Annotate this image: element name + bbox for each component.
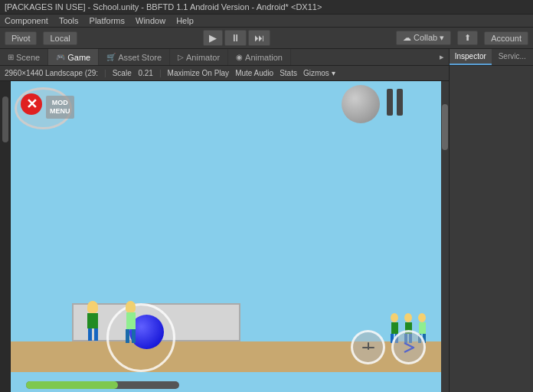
tab-animator[interactable]: ▷ Animator — [170, 49, 228, 65]
menu-help[interactable]: Help — [176, 16, 194, 25]
tab-scene[interactable]: ⊞ Scene — [0, 49, 48, 65]
baldi-body — [126, 312, 136, 329]
joystick-icon — [361, 342, 376, 353]
action-button[interactable] — [391, 330, 426, 364]
main-character — [87, 301, 98, 343]
pause-button[interactable]: ⏸ — [224, 30, 247, 46]
main-area: ⊞ Scene 🎮 Game 🛒 Asset Store ▷ Animator … — [0, 49, 533, 392]
tab-game[interactable]: 🎮 Game — [48, 49, 99, 65]
gray-ball — [342, 85, 380, 123]
pivot-label: Pivot — [11, 34, 30, 43]
right-tabs: Inspector Servic... — [450, 49, 533, 66]
play-controls: ▶ ⏸ ⏭ — [203, 30, 270, 46]
local-button[interactable]: Local — [43, 31, 77, 45]
mod-menu-area: ✕ MODMENU — [15, 87, 72, 129]
menu-window[interactable]: Window — [136, 16, 165, 25]
resolution-display[interactable]: 2960×1440 Landscape (29: — [5, 69, 98, 77]
joystick-button[interactable] — [351, 330, 385, 364]
baldi-legs — [126, 329, 136, 343]
bg-char3-head — [418, 313, 426, 322]
pause-indicator — [387, 89, 403, 116]
left-panel: ⊞ Scene 🎮 Game 🛒 Asset Store ▷ Animator … — [0, 49, 449, 392]
account-button[interactable]: Account — [484, 31, 528, 45]
mute-toggle[interactable]: Mute Audio — [235, 69, 273, 77]
scene-sidebar — [0, 81, 11, 392]
tab-animation[interactable]: ◉ Animation — [228, 49, 291, 65]
char-leg-right — [94, 328, 98, 341]
title-bar: [PACKAGES IN USE] - School.unity - BBFTD… — [0, 0, 533, 15]
char-legs — [88, 328, 98, 341]
step-button[interactable]: ⏭ — [248, 30, 270, 46]
mod-menu-label: MODMENU — [46, 96, 74, 119]
cloud-icon: ☁ — [403, 33, 411, 43]
scroll-thumb[interactable] — [442, 104, 448, 150]
sidebar-scroll-thumb — [2, 96, 8, 142]
game-canvas[interactable]: ✕ MODMENU — [11, 81, 449, 392]
title-text: [PACKAGES IN USE] - School.unity - BBFTD… — [5, 2, 322, 11]
char-body — [87, 313, 98, 328]
tabs-row: ⊞ Scene 🎮 Game 🛒 Asset Store ▷ Animator … — [0, 49, 449, 66]
game-view: ✕ MODMENU — [0, 81, 449, 392]
maximize-toggle[interactable]: Maximize On Play — [168, 69, 230, 77]
close-icon[interactable]: ✕ — [21, 93, 42, 115]
menu-bar: Component Tools Platforms Window Help — [0, 15, 533, 28]
tab-asset-store[interactable]: 🛒 Asset Store — [99, 49, 170, 65]
char-head — [87, 301, 98, 313]
control-buttons — [351, 330, 426, 364]
svg-rect-1 — [368, 342, 369, 350]
characters-row — [87, 301, 136, 343]
baldi-character — [126, 301, 136, 343]
collab-label: Collab ▾ — [414, 33, 444, 43]
local-label: Local — [50, 34, 70, 43]
progress-bar-container — [26, 381, 179, 389]
menu-component[interactable]: Component — [5, 16, 48, 25]
char-leg-left — [88, 328, 92, 341]
menu-tools[interactable]: Tools — [59, 16, 79, 25]
pause-bar-1 — [387, 89, 393, 116]
game-view-scrollbar[interactable] — [441, 81, 449, 392]
menu-platforms[interactable]: Platforms — [90, 16, 125, 25]
bg-char2-head — [404, 313, 412, 322]
pivot-button[interactable]: Pivot — [5, 31, 37, 45]
tab-inspector[interactable]: Inspector — [450, 49, 492, 65]
game-toolbar: 2960×1440 Landscape (29: | Scale 0.21 | … — [0, 66, 449, 81]
action-icon — [401, 340, 417, 355]
play-button[interactable]: ▶ — [203, 30, 223, 46]
collab-button[interactable]: ☁ Collab ▾ — [396, 31, 451, 45]
tab-services[interactable]: Servic... — [492, 49, 534, 65]
scale-control[interactable]: Scale 0.21 — [113, 69, 153, 77]
baldi-leg-r — [132, 329, 136, 343]
gizmos-dropdown[interactable]: Gizmos ▾ — [303, 69, 335, 77]
right-panel: Inspector Servic... — [449, 49, 533, 392]
tab-scroll-right[interactable]: ▸ — [435, 50, 449, 64]
bg-char-head — [391, 313, 398, 322]
upload-icon: ⬆ — [464, 33, 471, 43]
baldi-head — [126, 301, 136, 312]
stats-toggle[interactable]: Stats — [280, 69, 297, 77]
toolbar: Pivot Local ▶ ⏸ ⏭ ☁ Collab ▾ ⬆ Account — [0, 28, 533, 49]
progress-bar — [26, 381, 118, 389]
cloud-button[interactable]: ⬆ — [457, 31, 478, 45]
baldi-leg-l — [126, 329, 129, 343]
pause-bar-2 — [397, 89, 403, 116]
